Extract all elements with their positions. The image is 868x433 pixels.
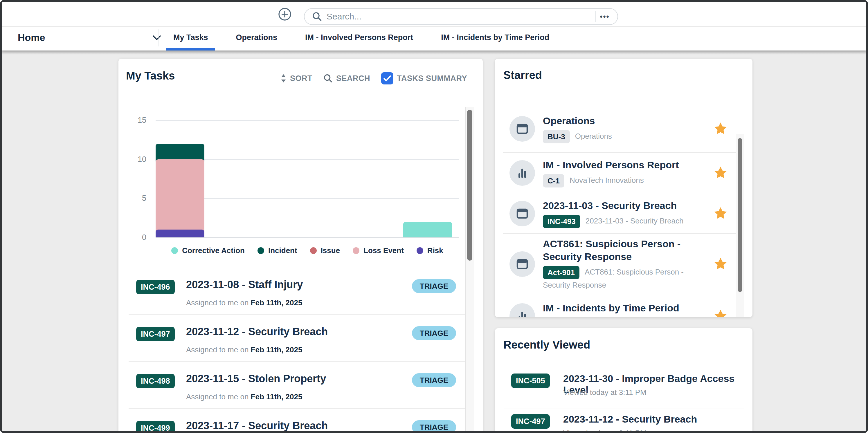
nav-divider (158, 29, 159, 47)
item-type-avatar (509, 251, 535, 277)
search-options-button[interactable]: ••• (596, 9, 613, 24)
task-row[interactable]: INC-496 2023-11-08 - Staff Injury TRIAGE… (119, 268, 483, 315)
star-toggle[interactable] (714, 207, 727, 221)
item-type-avatar (509, 303, 535, 317)
starred-card: Starred Operations BU-3Operat (495, 59, 752, 317)
home-label: Home (18, 32, 45, 43)
legend-item: Risk (416, 246, 443, 255)
chart-legend: Corrective Action Incident Issue Loss Ev… (156, 246, 459, 255)
legend-label: Incident (268, 246, 297, 255)
tab-my-tasks[interactable]: My Tasks (166, 27, 215, 48)
starred-item-title[interactable]: ACT861: Suspicious Person - Security Res… (543, 238, 706, 263)
recent-item-title[interactable]: 2023-11-12 - Security Breach (563, 413, 697, 425)
y-tick: 10 (124, 155, 146, 164)
star-icon (714, 207, 727, 221)
task-id-badge: INC-497 (136, 327, 175, 341)
tab-im-incidents-by-time-period[interactable]: IM - Incidents by Time Period (434, 27, 556, 48)
legend-dot (353, 247, 360, 254)
item-id-badge: INC-505 (511, 373, 550, 388)
task-assigned-text: Assigned to me on Feb 11th, 2025 (186, 392, 302, 401)
chart-plot-area (156, 120, 459, 238)
create-button[interactable] (278, 7, 291, 21)
recently-viewed-row[interactable]: INC-497 2023-11-12 - Security Breach Vie… (495, 409, 752, 433)
status-badge: TRIAGE (412, 373, 456, 387)
starred-row[interactable]: ACT861: Suspicious Person - Security Res… (495, 234, 752, 294)
legend-label: Risk (427, 246, 443, 255)
starred-item-title[interactable]: IM - Involved Persons Report (543, 158, 706, 171)
my-tasks-card: My Tasks SORT SEARCH (119, 59, 483, 433)
starred-item-title[interactable]: Operations (543, 114, 706, 127)
task-title[interactable]: 2023-11-12 - Security Breach (186, 326, 328, 338)
task-row[interactable]: INC-498 2023-11-15 - Stolen Property TRI… (119, 362, 483, 409)
star-toggle[interactable] (714, 166, 727, 180)
item-id-badge: BU-3 (543, 130, 570, 143)
starred-item-content: ACT861: Suspicious Person - Security Res… (543, 238, 706, 291)
recently-viewed-title: Recently Viewed (503, 339, 590, 351)
recently-viewed-row[interactable]: INC-505 2023-11-30 - Improper Badge Acce… (495, 369, 752, 405)
star-toggle[interactable] (714, 122, 727, 136)
window-icon (516, 122, 529, 135)
task-title[interactable]: 2023-11-15 - Stolen Property (186, 373, 326, 385)
legend-item: Issue (310, 246, 340, 255)
starred-title: Starred (503, 69, 542, 82)
starred-row[interactable]: IM - Incidents by Time Period (495, 294, 752, 317)
bar-chart-icon (516, 310, 529, 317)
legend-label: Corrective Action (182, 246, 245, 255)
task-assigned-text: Assigned to me on Feb 11th, 2025 (186, 345, 302, 354)
window-icon (516, 207, 529, 220)
task-row[interactable]: INC-497 2023-11-12 - Security Breach TRI… (119, 315, 483, 362)
starred-item-title[interactable]: IM - Incidents by Time Period (543, 302, 706, 314)
star-icon (714, 257, 727, 271)
star-icon (714, 309, 727, 317)
nav-row: Home My Tasks Operations IM - Involved P… (2, 27, 866, 51)
legend-dot (310, 247, 317, 254)
star-toggle[interactable] (714, 309, 727, 317)
item-type-avatar (509, 201, 535, 226)
tasks-summary-chart: 15 10 5 0 Corr (119, 59, 483, 262)
chevron-down-icon (152, 35, 161, 40)
legend-label: Loss Event (364, 246, 404, 255)
starred-row[interactable]: 2023-11-03 - Security Breach INC-4932023… (495, 193, 752, 234)
y-tick: 0 (124, 233, 146, 242)
legend-dot (257, 247, 264, 254)
tab-operations[interactable]: Operations (229, 27, 284, 48)
my-tasks-scrollbar[interactable] (465, 107, 474, 433)
task-title[interactable]: 2023-11-08 - Staff Injury (186, 279, 303, 291)
status-badge: TRIAGE (412, 279, 456, 293)
legend-item: Incident (257, 246, 297, 255)
task-assigned-text: Assigned to me on Feb 11th, 2025 (186, 298, 302, 307)
legend-item: Loss Event (353, 246, 404, 255)
starred-item-content: IM - Involved Persons Report C-1NovaTech… (543, 158, 706, 187)
recently-viewed-card: Recently Viewed INC-505 2023-11-30 - Imp… (495, 328, 752, 433)
search-divider (595, 11, 596, 22)
status-badge: TRIAGE (412, 420, 456, 433)
home-menu[interactable]: Home (18, 27, 161, 48)
task-row[interactable]: INC-499 2023-11-17 - Security Breach TRI… (119, 409, 483, 433)
task-title[interactable]: 2023-11-17 - Security Breach (186, 420, 328, 432)
task-id-badge: INC-499 (136, 421, 175, 433)
star-toggle[interactable] (714, 257, 727, 271)
starred-row[interactable]: IM - Involved Persons Report C-1NovaTech… (495, 153, 752, 193)
scrollbar-thumb[interactable] (738, 138, 742, 292)
starred-row[interactable]: Operations BU-3Operations (495, 105, 752, 153)
item-id-badge: C-1 (543, 174, 564, 187)
starred-item-title[interactable]: 2023-11-03 - Security Breach (543, 199, 706, 212)
item-id-badge: INC-493 (543, 215, 580, 228)
bar-loss-event (156, 159, 205, 238)
starred-item-meta: Act-901ACT861: Suspicious Person - Secur… (543, 266, 706, 291)
tab-im-involved-persons-report[interactable]: IM - Involved Persons Report (298, 27, 420, 48)
search-placeholder: Search... (327, 11, 362, 22)
starred-item-content: IM - Incidents by Time Period (543, 302, 706, 317)
window-icon (516, 258, 529, 271)
y-tick: 5 (124, 193, 146, 203)
starred-item-meta: C-1NovaTech Innovations (543, 174, 706, 187)
search-icon (312, 11, 322, 22)
starred-item-content: 2023-11-03 - Security Breach INC-4932023… (543, 199, 706, 228)
legend-label: Issue (321, 246, 340, 255)
search-input[interactable]: Search... ••• (304, 8, 618, 25)
starred-scrollbar[interactable] (736, 134, 744, 317)
scrollbar-thumb[interactable] (467, 110, 472, 260)
item-type-avatar (509, 160, 535, 186)
legend-dot (171, 247, 178, 254)
star-icon (714, 122, 727, 136)
